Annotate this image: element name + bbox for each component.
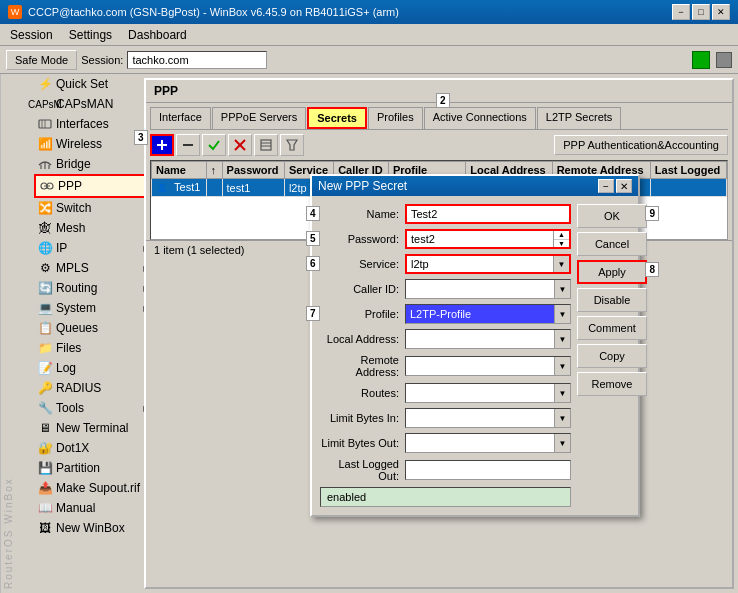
- session-input[interactable]: [127, 51, 267, 69]
- sidebar-label-ppp: PPP: [58, 179, 82, 193]
- limit-bytes-out-select[interactable]: ▼: [405, 433, 571, 453]
- sidebar-item-new-terminal[interactable]: 🖥 New Terminal: [34, 418, 155, 438]
- remote-address-select[interactable]: ▼: [405, 356, 571, 376]
- sidebar-item-capsman[interactable]: CAPsM CAPsMAN: [34, 94, 155, 114]
- menu-dashboard[interactable]: Dashboard: [122, 26, 193, 44]
- remove-button[interactable]: Remove: [577, 372, 647, 396]
- cell-name: Test1: [152, 179, 207, 197]
- enable-button[interactable]: [202, 134, 226, 156]
- limit-bytes-out-dropdown-arrow[interactable]: ▼: [554, 434, 570, 452]
- sidebar-item-system[interactable]: 💻 System ▶: [34, 298, 155, 318]
- sidebar-item-files[interactable]: 📁 Files: [34, 338, 155, 358]
- local-address-row: Local Address: ▼: [320, 329, 571, 349]
- name-input[interactable]: [405, 204, 571, 224]
- cancel-button[interactable]: Cancel: [577, 232, 647, 256]
- sidebar-label-make-supout: Make Supout.rif: [56, 481, 140, 495]
- dialog-title-text: New PPP Secret: [318, 179, 407, 193]
- sidebar-item-switch[interactable]: 🔀 Switch: [34, 198, 155, 218]
- interfaces-icon: [38, 117, 52, 131]
- sidebar-item-quick-set[interactable]: ⚡ Quick Set: [34, 74, 155, 94]
- callerid-dropdown-arrow[interactable]: ▼: [554, 280, 570, 298]
- sidebar-item-queues[interactable]: 📋 Queues: [34, 318, 155, 338]
- settings-button[interactable]: [254, 134, 278, 156]
- limit-bytes-in-select[interactable]: ▼: [405, 408, 571, 428]
- tab-secrets[interactable]: Secrets: [307, 107, 367, 129]
- routes-dropdown-arrow[interactable]: ▼: [554, 384, 570, 402]
- sidebar-item-ip[interactable]: 🌐 IP ▶: [34, 238, 155, 258]
- ppp-auth-button[interactable]: PPP Authentication&Accounting: [554, 135, 728, 155]
- sidebar-item-mesh[interactable]: 🕸 Mesh: [34, 218, 155, 238]
- ok-button[interactable]: OK: [577, 204, 647, 228]
- sidebar-item-routing[interactable]: 🔄 Routing ▶: [34, 278, 155, 298]
- status-enabled: enabled: [320, 487, 571, 507]
- password-scroll-up[interactable]: ▲ ▼: [553, 231, 569, 247]
- main-toolbar: Safe Mode Session:: [0, 46, 738, 74]
- sidebar-label-interfaces: Interfaces: [56, 117, 109, 131]
- sidebar-item-tools[interactable]: 🔧 Tools ▶: [34, 398, 155, 418]
- name-label: Name:: [320, 208, 405, 220]
- sidebar-label-manual: Manual: [56, 501, 95, 515]
- disable-button[interactable]: [228, 134, 252, 156]
- limit-bytes-in-dropdown-arrow[interactable]: ▼: [554, 409, 570, 427]
- minimize-button[interactable]: −: [672, 4, 690, 20]
- service-select[interactable]: l2tp ▼: [405, 254, 571, 274]
- profile-dropdown-arrow[interactable]: ▼: [554, 305, 570, 323]
- sidebar-item-log[interactable]: 📝 Log: [34, 358, 155, 378]
- menu-session[interactable]: Session: [4, 26, 59, 44]
- menu-settings[interactable]: Settings: [63, 26, 118, 44]
- status-led: [692, 51, 710, 69]
- dialog-close-button[interactable]: ✕: [616, 179, 632, 193]
- sidebar-label-ip: IP: [56, 241, 67, 255]
- copy-button[interactable]: Copy: [577, 344, 647, 368]
- sidebar-label-queues: Queues: [56, 321, 98, 335]
- dialog-minimize-button[interactable]: −: [598, 179, 614, 193]
- sidebar-item-dot1x[interactable]: 🔐 Dot1X: [34, 438, 155, 458]
- mpls-icon: ⚙: [38, 261, 52, 275]
- apply-button[interactable]: Apply: [577, 260, 647, 284]
- tab-profiles[interactable]: Profiles: [368, 107, 423, 129]
- disable-button[interactable]: Disable: [577, 288, 647, 312]
- partition-icon: 💾: [38, 461, 52, 475]
- col-sort[interactable]: ↑: [206, 162, 222, 179]
- local-address-select[interactable]: ▼: [405, 329, 571, 349]
- sidebar-label-mpls: MPLS: [56, 261, 89, 275]
- sidebar-label-partition: Partition: [56, 461, 100, 475]
- remote-address-dropdown-arrow[interactable]: ▼: [554, 357, 570, 375]
- filter-button[interactable]: [280, 134, 304, 156]
- manual-icon: 📖: [38, 501, 52, 515]
- routes-select[interactable]: ▼: [405, 383, 571, 403]
- last-logged-out-input[interactable]: [405, 460, 571, 480]
- sidebar-item-radius[interactable]: 🔑 RADIUS: [34, 378, 155, 398]
- sidebar-item-partition[interactable]: 💾 Partition: [34, 458, 155, 478]
- profile-select[interactable]: L2TP-Profile ▼: [405, 304, 571, 324]
- remote-address-row: Remote Address: ▼: [320, 354, 571, 378]
- sidebar-item-make-supout[interactable]: 📤 Make Supout.rif: [34, 478, 155, 498]
- tab-l2tp-secrets[interactable]: L2TP Secrets: [537, 107, 621, 129]
- table-toolbar: 3: [146, 130, 732, 160]
- sidebar-item-ppp[interactable]: PPP: [34, 174, 155, 198]
- tab-pppoe-servers[interactable]: PPPoE Servers: [212, 107, 306, 129]
- comment-button[interactable]: Comment: [577, 316, 647, 340]
- password-input[interactable]: [407, 231, 553, 247]
- service-dropdown-arrow[interactable]: ▼: [553, 256, 569, 272]
- local-address-dropdown-arrow[interactable]: ▼: [554, 330, 570, 348]
- sidebar-item-manual[interactable]: 📖 Manual: [34, 498, 155, 518]
- callerid-select[interactable]: ▼: [405, 279, 571, 299]
- tab-interface[interactable]: Interface: [150, 107, 211, 129]
- add-button[interactable]: [150, 134, 174, 156]
- sidebar-label-routing: Routing: [56, 281, 97, 295]
- sidebar-item-bridge[interactable]: Bridge: [34, 154, 155, 174]
- safe-mode-button[interactable]: Safe Mode: [6, 50, 77, 70]
- remove-button[interactable]: [176, 134, 200, 156]
- svg-marker-17: [287, 140, 297, 150]
- winbox-icon: 🖼: [38, 521, 52, 535]
- switch-icon: 🔀: [38, 201, 52, 215]
- sidebar-label-system: System: [56, 301, 96, 315]
- close-button[interactable]: ✕: [712, 4, 730, 20]
- maximize-button[interactable]: □: [692, 4, 710, 20]
- window-title: CCCP@tachko.com (GSN-BgPost) - WinBox v6…: [28, 6, 399, 18]
- tab-active-connections[interactable]: Active Connections: [424, 107, 536, 129]
- service-label: Service:: [320, 258, 405, 270]
- sidebar-item-mpls[interactable]: ⚙ MPLS ▶: [34, 258, 155, 278]
- sidebar-item-new-winbox[interactable]: 🖼 New WinBox: [34, 518, 155, 538]
